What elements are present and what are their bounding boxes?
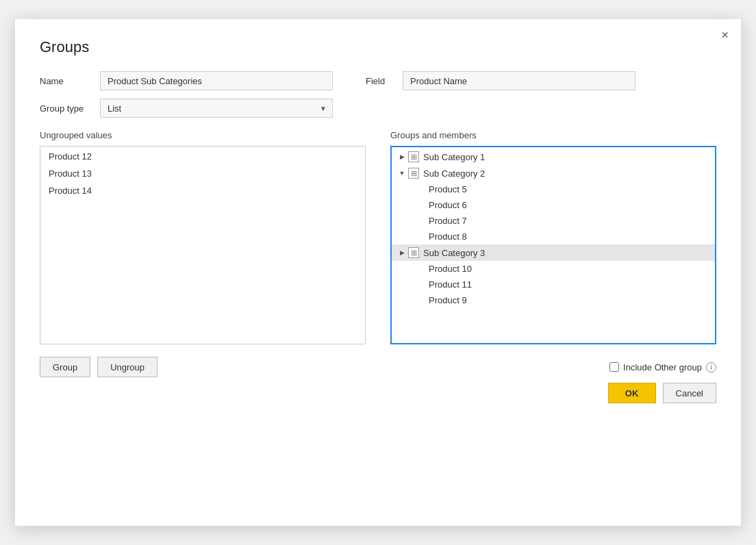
- child-label: Product 9: [429, 295, 467, 305]
- tree-child-item[interactable]: Product 11: [392, 277, 715, 292]
- group-label: Sub Category 2: [423, 168, 485, 179]
- groups-dialog: × Groups Name Field Group type List Bin …: [15, 19, 741, 526]
- child-label: Product 7: [429, 216, 467, 226]
- tree-child-item[interactable]: Product 5: [392, 181, 715, 197]
- bottom-right: Include Other group i: [609, 362, 716, 372]
- group-type-label: Group type: [40, 103, 88, 114]
- group-button[interactable]: Group: [40, 357, 90, 377]
- groups-list[interactable]: ▶ ⊞ Sub Category 1 ▼ ⊞ Sub Category 2 Pr…: [390, 146, 716, 344]
- table-icon: ⊞: [408, 168, 419, 179]
- columns-section: Ungrouped values Product 12 Product 13 P…: [40, 130, 716, 344]
- ungrouped-title: Ungrouped values: [40, 130, 366, 140]
- list-item[interactable]: Product 12: [40, 148, 365, 165]
- group-type-row: Group type List Bin: [40, 99, 716, 118]
- list-item[interactable]: Product 14: [40, 182, 365, 199]
- expand-icon: ▶: [397, 248, 407, 257]
- ungrouped-section: Ungrouped values Product 12 Product 13 P…: [40, 130, 366, 344]
- action-buttons: Group Ungroup: [40, 357, 158, 377]
- expand-icon: ▼: [397, 168, 407, 178]
- tree-group-item-selected[interactable]: ▶ ⊞ Sub Category 3: [392, 244, 715, 261]
- dialog-title: Groups: [40, 38, 716, 56]
- name-label: Name: [40, 76, 88, 86]
- tree-group-item[interactable]: ▼ ⊞ Sub Category 2: [392, 165, 715, 181]
- ungrouped-list[interactable]: Product 12 Product 13 Product 14: [40, 146, 366, 344]
- group-type-select-wrapper: List Bin: [100, 99, 333, 118]
- bottom-row: Group Ungroup Include Other group i: [40, 357, 716, 377]
- ungroup-button[interactable]: Ungroup: [97, 357, 158, 377]
- table-icon: ⊞: [408, 247, 419, 258]
- tree-child-item[interactable]: Product 7: [392, 213, 715, 229]
- close-button[interactable]: ×: [721, 29, 729, 41]
- name-input[interactable]: [100, 71, 333, 90]
- child-label: Product 6: [429, 200, 467, 210]
- child-label: Product 11: [429, 279, 472, 290]
- group-label: Sub Category 1: [423, 152, 485, 162]
- tree-child-item[interactable]: Product 8: [392, 229, 715, 244]
- include-other-label: Include Other group i: [609, 362, 716, 372]
- name-row: Name Field: [40, 71, 716, 90]
- child-label: Product 5: [429, 184, 467, 194]
- list-item[interactable]: Product 13: [40, 165, 365, 182]
- tree-child-item[interactable]: Product 10: [392, 261, 715, 277]
- group-type-select[interactable]: List Bin: [100, 99, 333, 118]
- footer-row: OK Cancel: [40, 383, 716, 403]
- groups-section: Groups and members ▶ ⊞ Sub Category 1 ▼ …: [390, 130, 716, 344]
- tree-group-item[interactable]: ▶ ⊞ Sub Category 1: [392, 149, 715, 165]
- include-other-checkbox[interactable]: [609, 362, 619, 372]
- groups-title: Groups and members: [390, 130, 716, 140]
- child-label: Product 8: [429, 231, 467, 242]
- cancel-button[interactable]: Cancel: [663, 383, 716, 403]
- include-other-text: Include Other group: [623, 362, 702, 372]
- group-label: Sub Category 3: [423, 248, 485, 258]
- field-input[interactable]: [403, 71, 635, 90]
- child-label: Product 10: [429, 264, 472, 274]
- info-icon[interactable]: i: [706, 362, 716, 372]
- field-label: Field: [366, 76, 390, 86]
- ok-button[interactable]: OK: [608, 383, 656, 403]
- table-icon: ⊞: [408, 151, 419, 162]
- tree-child-item[interactable]: Product 9: [392, 292, 715, 308]
- expand-icon: ▶: [397, 152, 407, 162]
- tree-child-item[interactable]: Product 6: [392, 197, 715, 213]
